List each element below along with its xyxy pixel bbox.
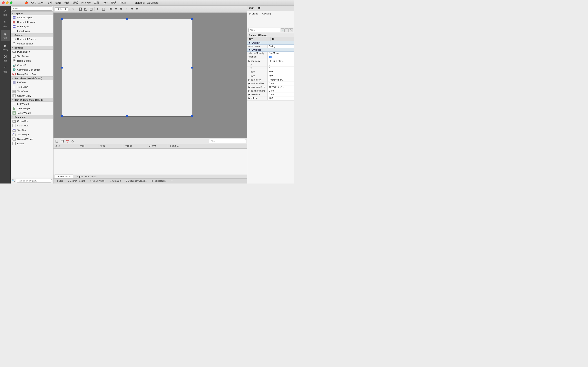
widget-item-radio-button[interactable]: Radio Button [11, 58, 53, 63]
widget-item-frame[interactable]: Frame [11, 141, 53, 146]
widget-item-horizontal-layout[interactable]: Horizontal Layout [11, 20, 53, 24]
prop-y-val[interactable]: 0 [268, 67, 294, 70]
widget-item-table-widget[interactable]: Table Widget [11, 111, 53, 115]
layout-form-button[interactable]: ≡ [124, 7, 129, 12]
menu-help[interactable]: 帮助 [111, 1, 116, 5]
layout-h-button[interactable]: ⊞ [108, 7, 113, 12]
section-buttons[interactable]: ▼ Buttons [11, 46, 53, 50]
widget-item-column-view[interactable]: Column View [11, 94, 53, 98]
prop-x-val[interactable]: 0 [268, 63, 294, 66]
menu-afloat[interactable]: Afloat [120, 1, 126, 5]
save-file-button[interactable] [89, 7, 94, 12]
pointer-tool[interactable] [96, 7, 101, 12]
prop-sizeincrement-expand[interactable]: ▶ [249, 90, 250, 92]
sidebar-item-debug[interactable]: ▶ Debug [1, 42, 10, 52]
prop-maximumsize-expand[interactable]: ▶ [249, 86, 250, 88]
status-tab-search[interactable]: 2 Search Results [66, 179, 87, 183]
section-item-widgets[interactable]: ▼ Item Widgets (Item-Based) [11, 98, 53, 102]
widget-item-check-box[interactable]: Check Box [11, 63, 53, 67]
widget-item-dialog-button-box[interactable]: Dialog Button Box [11, 72, 53, 76]
section-item-views[interactable]: ▼ Item Views (Model-Based) [11, 76, 53, 80]
prop-minimumsize-expand[interactable]: ▶ [249, 82, 250, 85]
action-new-button[interactable] [55, 139, 59, 143]
menu-apple[interactable]: 🍎 [25, 1, 28, 5]
sidebar-item-edit[interactable]: ✎ 编辑 [1, 19, 10, 29]
widget-item-vertical-layout[interactable]: Vertical Layout [11, 15, 53, 20]
handle-br[interactable] [191, 115, 193, 117]
prop-geometry-expand[interactable]: ▶ [249, 60, 250, 62]
widget-item-tool-box[interactable]: Tool Box [11, 128, 53, 132]
handle-ml[interactable] [61, 67, 63, 68]
widget-item-command-link-button[interactable]: Command Link Button [11, 67, 53, 72]
status-tab-compile[interactable]: 4 编译输出 [108, 179, 123, 183]
open-file-button[interactable] [83, 7, 88, 12]
widget-filter-input[interactable] [12, 7, 52, 11]
status-tab-problems[interactable]: 1 问题 [55, 179, 65, 183]
sidebar-item-project[interactable]: ⚒ 项目 [1, 53, 10, 64]
widget-item-scroll-area[interactable]: Scroll Area [11, 123, 53, 128]
prop-objectname-val[interactable]: Dialog [268, 45, 294, 48]
handle-tl[interactable] [61, 18, 63, 20]
status-tab-test[interactable]: 8 Test Results [149, 179, 168, 183]
props-filter-input[interactable] [249, 28, 280, 32]
prop-height-val[interactable]: 480 [268, 74, 294, 78]
widget-item-push-button[interactable]: OK Push Button [11, 50, 53, 54]
section-spacers[interactable]: ▼ Spacers [11, 33, 53, 37]
mac-menu[interactable]: 🍎 Qt Creator 文件 编辑 构建 调试 Analyze 工具 控件 帮… [25, 1, 126, 5]
menu-analyze[interactable]: Analyze [81, 1, 91, 5]
widget-item-table-view[interactable]: Table View [11, 89, 53, 94]
sidebar-item-welcome[interactable]: ⌂ 欢迎 [1, 7, 10, 18]
maximize-button[interactable] [10, 1, 12, 4]
widget-item-list-widget[interactable]: List Widget [11, 102, 53, 106]
action-copy-button[interactable] [60, 139, 65, 143]
prop-windowmodality-val[interactable]: NonModal [268, 52, 294, 55]
tab-dialog-ui[interactable]: dialog.ui [55, 7, 68, 11]
menu-qtcreator[interactable]: Qt Creator [31, 1, 44, 5]
section-layouts[interactable]: ▼ Layouts [11, 12, 53, 15]
new-file-button[interactable] [78, 7, 83, 12]
widget-item-tool-button[interactable]: T Tool Button [11, 54, 53, 58]
widget-item-list-view[interactable]: List View [11, 80, 53, 85]
break-layout-button[interactable]: ⊞ [130, 7, 134, 12]
props-section-qwidget[interactable]: ▼ QWidget [247, 48, 294, 52]
status-tab-debugger[interactable]: 5 Debugger Console [124, 179, 149, 183]
menu-file[interactable]: 文件 [47, 1, 52, 5]
menu-edit[interactable]: 编辑 [56, 1, 61, 5]
prop-enabled-val[interactable] [268, 55, 294, 59]
widget-item-stacked-widget[interactable]: Stacked Widget [11, 137, 53, 141]
close-tab-button[interactable]: × [71, 7, 76, 12]
traffic-lights[interactable] [2, 1, 12, 4]
prop-basesize-expand[interactable]: ▶ [249, 93, 250, 96]
widget-item-tree-view[interactable]: Tree View [11, 85, 53, 89]
props-section-qobject[interactable]: ▼ QObject [247, 41, 294, 45]
prop-width-val[interactable]: 640 [268, 70, 294, 74]
minimize-button[interactable] [6, 1, 9, 4]
dialog-canvas[interactable] [62, 19, 192, 117]
sidebar-item-design[interactable]: ◈ 设计 [1, 30, 10, 41]
layout-v-button[interactable]: ⊟ [113, 7, 118, 12]
adjust-size-button[interactable]: ⊟ [135, 7, 140, 12]
layout-grid-button[interactable]: ⊠ [119, 7, 124, 12]
action-filter-input[interactable] [209, 139, 246, 143]
status-tab-app-output[interactable]: 3 应用程序输出 [88, 179, 107, 183]
filter-add-button[interactable]: + [281, 28, 285, 32]
action-wrench-button[interactable] [71, 139, 75, 143]
status-tab-more[interactable]: ⋯ [168, 179, 175, 183]
section-containers[interactable]: ▼ Containers [11, 115, 53, 119]
action-delete-button[interactable] [65, 139, 70, 143]
widget-item-horizontal-spacer[interactable]: Horizontal Spacer [11, 37, 53, 42]
widget-item-grid-layout[interactable]: Grid Layout [11, 24, 53, 29]
tab-signals-slots[interactable]: Signals Slots Editor [74, 175, 99, 178]
handle-bc[interactable] [126, 115, 128, 117]
widget-item-tab-widget[interactable]: Tab Widget [11, 132, 53, 137]
widget-item-vertical-spacer[interactable]: Vertical Spacer [11, 42, 53, 46]
menu-controls[interactable]: 控件 [103, 1, 108, 5]
filter-edit-button[interactable]: ✎ [289, 28, 293, 32]
locate-input[interactable] [16, 179, 52, 183]
sidebar-item-help[interactable]: ? 帮助 [1, 64, 10, 75]
tab-action-editor[interactable]: Action Editor [55, 175, 73, 178]
menu-tools[interactable]: 工具 [94, 1, 99, 5]
prop-palette-expand[interactable]: ▶ [249, 97, 250, 99]
handle-tc[interactable] [126, 18, 128, 20]
widget-tool[interactable] [101, 7, 106, 12]
